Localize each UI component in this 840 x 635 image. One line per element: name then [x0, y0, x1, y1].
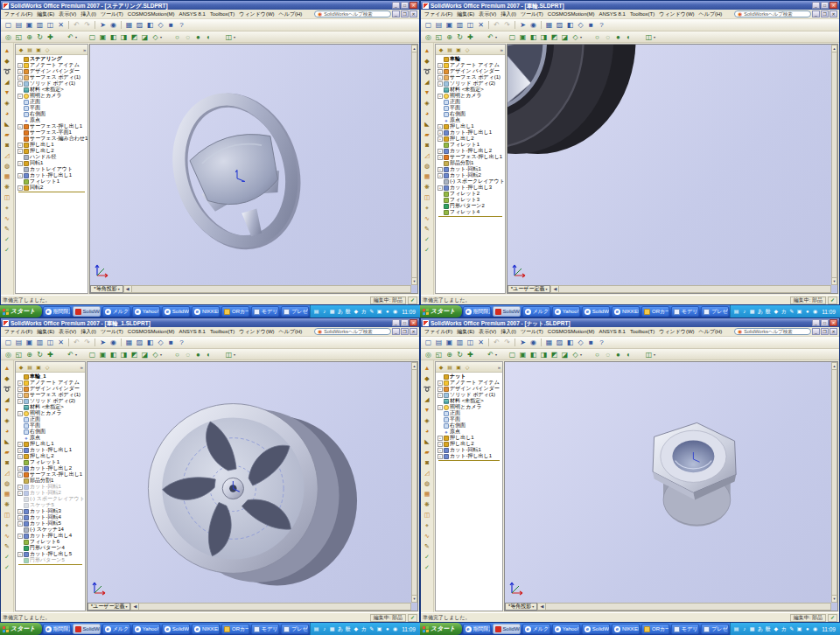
hidden-lines-icon[interactable]: ◌ [183, 350, 192, 359]
loft-icon[interactable]: ◢ [3, 77, 12, 87]
expand-icon[interactable]: + [438, 63, 443, 68]
chamfer-icon[interactable]: ◣ [3, 119, 12, 129]
tree-item[interactable]: フィレット1 [18, 178, 88, 185]
linear-pattern-icon[interactable]: ▦ [423, 489, 432, 499]
menu-item[interactable]: ANSYS 8.1 [178, 11, 207, 17]
taskbar-button[interactable]: SolidWork... [493, 306, 521, 317]
taskbar-button[interactable]: eメルクマニュア.. [102, 306, 130, 317]
start-button[interactable]: スタート [420, 305, 462, 318]
reference-geometry-icon[interactable]: ⌖ [423, 520, 432, 530]
expand-icon[interactable]: + [18, 393, 23, 398]
tree-item[interactable]: +アノテート アイテム [438, 62, 505, 68]
save-icon[interactable]: ▣ [24, 20, 34, 30]
document-restore-button[interactable]: ❐ [401, 10, 409, 17]
featuremanager-tab[interactable]: ◆ [18, 364, 24, 371]
tree-item[interactable]: 材料 <未指定> [438, 87, 505, 93]
rib-icon[interactable]: ▰ [3, 447, 12, 457]
shaded-icon[interactable]: ● [613, 32, 623, 42]
taskbar-button[interactable]: e期間限定特価.. [43, 306, 71, 317]
tree-item[interactable]: +カット-押し出し2 [18, 465, 85, 471]
bottom-view-icon[interactable]: ◪ [140, 350, 150, 359]
draft-icon[interactable]: ◿ [423, 468, 432, 478]
delete-icon[interactable]: ✕ [476, 338, 486, 347]
circular-pattern-icon[interactable]: ❋ [3, 499, 12, 509]
rollback-bar[interactable] [18, 564, 82, 566]
maximize-button[interactable]: □ [401, 319, 409, 326]
propertymanager-tab[interactable]: ▤ [446, 364, 453, 371]
draft-icon[interactable]: ◿ [423, 150, 432, 160]
tree-item[interactable]: 正面 [18, 99, 88, 105]
display-settings-icon[interactable]: ◧ [145, 20, 155, 30]
previous-view-icon[interactable]: ↶ [66, 32, 75, 42]
tree-item[interactable]: スケッチ5 [18, 502, 85, 508]
left-view-icon[interactable]: ◧ [528, 350, 538, 359]
right-view-icon[interactable]: ◨ [539, 32, 549, 42]
volume-icon[interactable]: ♪ [741, 306, 747, 317]
delete-icon[interactable]: ✕ [56, 338, 66, 347]
featurexpert-icon[interactable]: ✓ [423, 552, 432, 562]
printer-icon[interactable]: ▤ [733, 624, 739, 634]
vertical-scrollbar[interactable]: ▲▼ [411, 45, 417, 285]
taskbar-button[interactable]: eメルクマニュア.. [102, 624, 130, 634]
open-icon[interactable]: ▤ [14, 20, 24, 30]
sweep-icon[interactable]: ➰ [3, 66, 12, 76]
ime-dict-icon[interactable]: ▣ [796, 624, 802, 634]
featurexpert-icon[interactable]: ✓ [423, 234, 432, 244]
display-icon[interactable]: ▦ [329, 624, 335, 634]
expand-icon[interactable]: + [18, 75, 23, 80]
vertical-scrollbar[interactable]: ▲▼ [411, 362, 417, 603]
rotate-view-icon[interactable]: ↻ [455, 350, 465, 359]
extrude-boss-icon[interactable]: ▲ [3, 45, 12, 55]
extrude-cut-icon[interactable]: ▼ [3, 87, 12, 97]
revolve-boss-icon[interactable]: ◆ [3, 56, 12, 66]
select-icon[interactable]: ➤ [518, 20, 528, 30]
tree-item[interactable]: +サーフェス-押し出し1 [18, 471, 85, 478]
ime-mode-icon[interactable]: あ [757, 306, 763, 317]
taskbar-button[interactable]: eSolidWorks .. [582, 306, 610, 317]
left-view-icon[interactable]: ◧ [108, 32, 118, 42]
expand-icon[interactable]: + [18, 521, 23, 527]
taskbar-button[interactable]: プレゼンテーシ.. [281, 306, 309, 317]
shell-icon[interactable]: ◙ [3, 140, 12, 150]
display-settings-icon[interactable]: ◧ [145, 338, 155, 347]
sketch-tool-icon[interactable]: ✎ [423, 541, 432, 551]
tree-item[interactable]: +押し出し1 [18, 142, 88, 148]
menu-item[interactable]: 編集(E) [455, 328, 476, 336]
curves-icon[interactable]: ∿ [3, 531, 12, 541]
print-icon[interactable]: ▥ [455, 338, 465, 347]
tree-item[interactable]: +回転1 [18, 160, 88, 166]
previous-view-icon[interactable]: ↶ [66, 350, 75, 359]
tree-item[interactable]: +デザイン バインダー [18, 68, 88, 74]
revolve-boss-icon[interactable]: ◆ [423, 56, 432, 66]
help-icon[interactable]: ? [177, 338, 186, 347]
tree-item[interactable]: 材料 <未指定> [18, 404, 85, 410]
print-preview-icon[interactable]: ◫ [46, 20, 55, 30]
antivirus-icon[interactable]: ● [804, 306, 810, 317]
graphics-viewport[interactable]: *等角投影▾◀▲▼ [504, 361, 838, 611]
front-view-icon[interactable]: ▢ [88, 350, 97, 359]
graphics-viewport[interactable]: *ユーザー定義▾◀▲▼ [507, 44, 838, 294]
menu-item[interactable]: 挿入(I) [499, 10, 518, 18]
taskbar-button[interactable]: eNIKKEI NET:.. [612, 624, 640, 634]
mirror-icon[interactable]: ◫ [3, 510, 12, 520]
menu-item[interactable]: 挿入(I) [499, 328, 518, 336]
document-minimize-button[interactable]: _ [392, 328, 400, 335]
top-view-icon[interactable]: ◩ [550, 32, 559, 42]
tree-item[interactable]: 材料 <未指定> [18, 87, 88, 93]
view-orientation-tab[interactable]: *等角投影▾ [90, 285, 122, 293]
printer-icon[interactable]: ▤ [313, 306, 319, 317]
tree-item[interactable]: +カット-押し出し1 [18, 172, 88, 178]
tree-item[interactable]: +サーフェス-押し出し1 [438, 154, 505, 160]
front-view-icon[interactable]: ▢ [508, 350, 517, 359]
expand-icon[interactable]: + [18, 81, 23, 87]
tree-item[interactable]: +照明とカメラ [438, 93, 505, 99]
options-icon[interactable]: ◇ [576, 20, 585, 30]
tree-item[interactable]: フィレット4 [438, 209, 505, 215]
taskbar-button[interactable]: eYahoo!メール .. [552, 624, 580, 634]
loft-icon[interactable]: ◢ [423, 77, 432, 87]
sketch-tool-icon[interactable]: ✎ [423, 224, 432, 234]
menu-item[interactable]: 編集(E) [35, 10, 56, 18]
taskbar-button[interactable]: プレゼンテーシ.. [281, 624, 309, 634]
tree-item[interactable]: +カット-回転2 [438, 172, 505, 178]
zoom-in-out-icon[interactable]: ⊕ [24, 32, 34, 42]
